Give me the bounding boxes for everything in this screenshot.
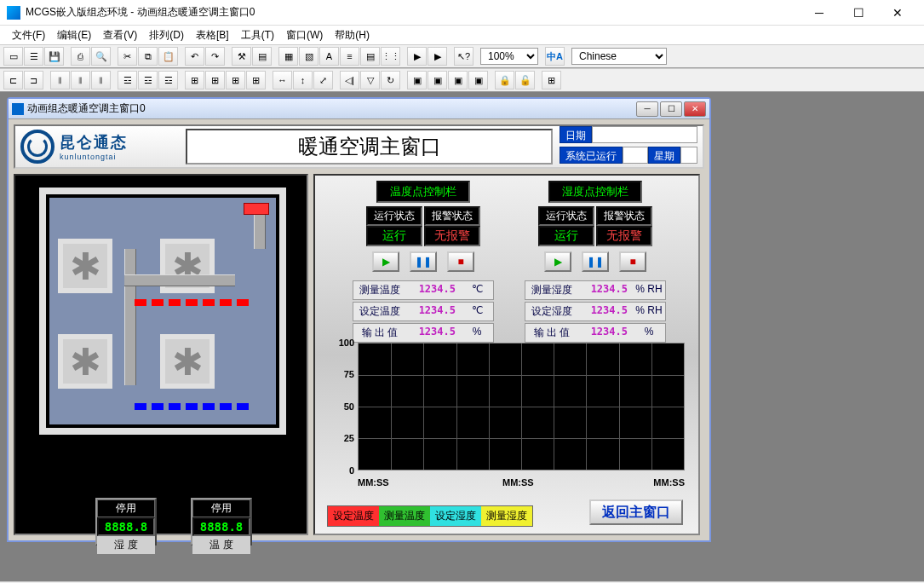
gauge-status: 停用 [97, 499, 155, 517]
tb-hammer-icon[interactable]: ⚒ [232, 47, 251, 66]
align6-icon[interactable]: ☲ [118, 71, 137, 89]
menu-window[interactable]: 窗口(W) [281, 26, 328, 44]
inner-close-button[interactable]: ✕ [684, 101, 706, 117]
stop-button[interactable]: ■ [447, 251, 474, 272]
align11-icon[interactable]: ⊞ [226, 71, 245, 89]
inner-window-icon [12, 103, 24, 115]
gauge-name: 温 度 [192, 536, 250, 554]
return-main-button[interactable]: 返回主窗口 [589, 499, 683, 525]
runtime-field[interactable] [623, 147, 648, 164]
order4-icon[interactable]: ▣ [468, 71, 488, 89]
hot-flow-icon [135, 297, 254, 303]
align4-icon[interactable]: ⫴ [71, 71, 90, 89]
tb-grid-icon[interactable]: ⋮⋮ [381, 47, 400, 66]
align2-icon[interactable]: ⊐ [24, 71, 43, 89]
play-button[interactable]: ▶ [372, 251, 399, 272]
close-button[interactable]: ✕ [878, 0, 917, 26]
tb-stack-icon[interactable]: ▤ [252, 47, 272, 66]
tb-preview-icon[interactable]: 🔍 [91, 47, 111, 66]
menu-tools[interactable]: 工具(T) [236, 26, 279, 44]
pause-button[interactable]: ❚❚ [410, 251, 437, 272]
tb-prop3-icon[interactable]: A [319, 47, 339, 66]
tb-prop1-icon[interactable]: ▦ [278, 47, 298, 66]
align9-icon[interactable]: ⊞ [185, 71, 204, 89]
stop-button[interactable]: ■ [619, 251, 646, 272]
hvac-diagram [39, 188, 286, 435]
legend-item: 设定温度 [328, 506, 379, 526]
app-titlebar: MCGS嵌入版组态环境 - 动画组态暖通空调主窗口0 ─ ☐ ✕ [0, 0, 924, 26]
alarm-status-label: 报警状态 [424, 206, 480, 226]
fan-icon [58, 334, 112, 389]
alarm-status-value: 无报警 [424, 226, 480, 246]
week-field[interactable] [680, 147, 697, 164]
pipe [124, 274, 235, 286]
tb-prop4-icon[interactable]: ≡ [340, 47, 359, 66]
order3-icon[interactable]: ▣ [448, 71, 468, 89]
tb-lang-icon[interactable]: 中A [545, 47, 565, 66]
run-status-label: 运行状态 [538, 206, 594, 226]
hum-control-title: 湿度点控制栏 [548, 181, 642, 203]
align12-icon[interactable]: ⊞ [246, 71, 266, 89]
menu-edit[interactable]: 编辑(E) [52, 26, 96, 44]
align7-icon[interactable]: ☲ [138, 71, 158, 89]
tb-cut-icon[interactable]: ✂ [118, 47, 137, 66]
inner-maximize-button[interactable]: ☐ [660, 101, 682, 117]
align1-icon[interactable]: ⊏ [3, 71, 23, 89]
align5-icon[interactable]: ⫴ [91, 71, 111, 89]
menu-table[interactable]: 表格[B] [191, 26, 234, 44]
inner-minimize-button[interactable]: ─ [636, 101, 658, 117]
tb-open-icon[interactable]: ☰ [24, 47, 43, 66]
tb-prop2-icon[interactable]: ▧ [299, 47, 319, 66]
date-label: 日期 [560, 126, 592, 143]
cold-flow-icon [135, 401, 254, 407]
tb-paste-icon[interactable]: 📋 [158, 47, 178, 66]
y-tick: 50 [324, 401, 354, 412]
size3-icon[interactable]: ⤢ [313, 71, 333, 89]
tb-copy-icon[interactable]: ⧉ [138, 47, 158, 66]
tb-run2-icon[interactable]: ▶ [428, 47, 447, 66]
rotate-icon[interactable]: ↻ [381, 71, 400, 89]
size1-icon[interactable]: ↔ [273, 71, 292, 89]
tb-undo-icon[interactable]: ↶ [185, 47, 204, 66]
pause-button[interactable]: ❚❚ [582, 251, 609, 272]
flip1-icon[interactable]: ◁| [340, 71, 359, 89]
x-tick: MM:SS [653, 477, 685, 488]
tb-prop5-icon[interactable]: ▤ [360, 47, 380, 66]
menu-help[interactable]: 帮助(H) [330, 26, 375, 44]
temp-control-title: 温度点控制栏 [376, 181, 470, 203]
toolbar-1: ▭ ☰ 💾 ⎙ 🔍 ✂ ⧉ 📋 ↶ ↷ ⚒ ▤ ▦ ▧ A ≡ ▤ ⋮⋮ ▶ ▶… [0, 44, 924, 68]
tb-print-icon[interactable]: ⎙ [71, 47, 90, 66]
language-select[interactable]: Chinese [571, 48, 667, 65]
zoom-select[interactable]: 100% [480, 48, 538, 65]
tb-redo-icon[interactable]: ↷ [205, 47, 225, 66]
header-strip: 昆仑通态 kunluntongtai 暖通空调主窗口 日期 系统已运行 星期 [14, 124, 704, 169]
tb-run1-icon[interactable]: ▶ [407, 47, 427, 66]
date-field[interactable] [592, 126, 697, 143]
tb-pointer-icon[interactable]: ↖? [454, 47, 473, 66]
unlock-icon[interactable]: 🔓 [515, 71, 535, 89]
menu-view[interactable]: 查看(V) [98, 26, 142, 44]
minimize-button[interactable]: ─ [800, 0, 839, 26]
maximize-button[interactable]: ☐ [839, 0, 878, 26]
week-label: 星期 [648, 147, 680, 164]
gauge-name: 湿 度 [97, 536, 155, 554]
pipe [124, 249, 136, 385]
control-panel: 温度点控制栏 运行状态 报警状态 运行 无报警 ▶ ❚❚ ■ [313, 174, 700, 535]
size2-icon[interactable]: ↕ [293, 71, 313, 89]
lock-icon[interactable]: 🔒 [495, 71, 514, 89]
tb-save-icon[interactable]: 💾 [44, 47, 64, 66]
order2-icon[interactable]: ▣ [428, 71, 447, 89]
tb-new-icon[interactable]: ▭ [3, 47, 23, 66]
trend-chart: 100 75 50 25 0 MM:SS MM:SS MM:SS [324, 339, 690, 493]
align10-icon[interactable]: ⊞ [205, 71, 225, 89]
menu-file[interactable]: 文件(F) [7, 26, 50, 44]
grid-toggle-icon[interactable]: ⊞ [542, 71, 561, 89]
menu-arrange[interactable]: 排列(D) [144, 26, 189, 44]
order1-icon[interactable]: ▣ [407, 71, 427, 89]
align3-icon[interactable]: ⫴ [50, 71, 70, 89]
fan-icon [160, 334, 215, 389]
flip2-icon[interactable]: ▽ [360, 71, 380, 89]
align8-icon[interactable]: ☲ [158, 71, 178, 89]
logo-swirl-icon [20, 130, 55, 164]
play-button[interactable]: ▶ [544, 251, 571, 272]
